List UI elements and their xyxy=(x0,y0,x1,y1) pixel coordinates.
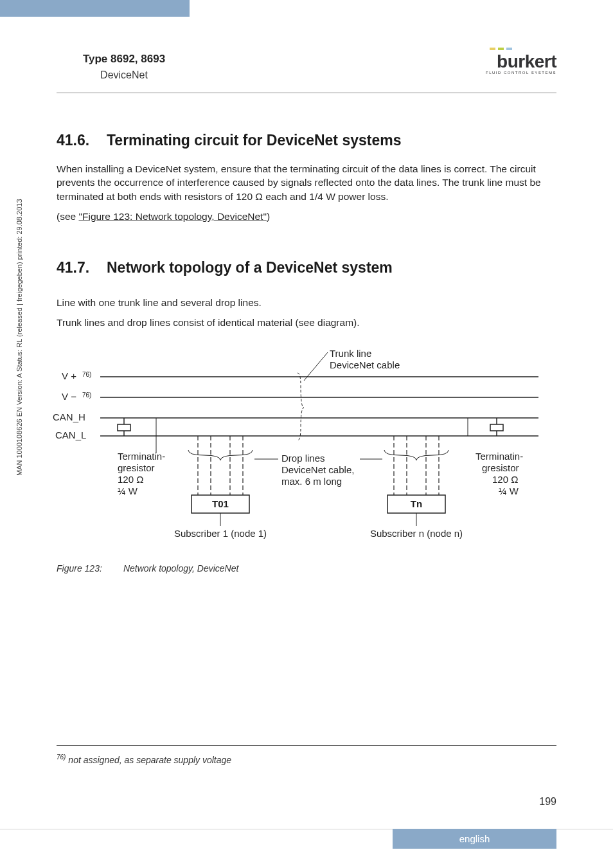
section-heading-41-6: 41.6. Terminating circuit for DeviceNet … xyxy=(57,132,556,149)
figure-caption-text: Network topology, DeviceNet xyxy=(123,563,238,574)
svg-text:76): 76) xyxy=(82,371,91,378)
svg-text:Terminatin-: Terminatin- xyxy=(118,451,165,462)
svg-rect-16 xyxy=(490,424,503,431)
svg-text:gresistor: gresistor xyxy=(482,462,519,473)
main-content: 41.6. Terminating circuit for DeviceNet … xyxy=(0,93,613,574)
page-number: 199 xyxy=(539,796,556,808)
logo-dots xyxy=(490,48,556,50)
brand-logo: burkert FLUID CONTROL SYSTEMS xyxy=(486,36,556,75)
figure-label: Figure 123: xyxy=(57,563,121,574)
p2-suffix: ) xyxy=(267,211,270,222)
trunk-label-1: Trunk line xyxy=(330,348,371,359)
svg-text:¼ W: ¼ W xyxy=(118,485,138,496)
page-header: Type 8692, 8693 DeviceNet burkert FLUID … xyxy=(0,17,613,81)
svg-text:T01: T01 xyxy=(212,498,229,509)
svg-text:Subscriber 1 (node 1): Subscriber 1 (node 1) xyxy=(174,528,267,539)
svg-text:120 Ω: 120 Ω xyxy=(492,474,518,485)
svg-text:V −: V − xyxy=(62,391,76,402)
section1-para1: When installing a DeviceNet system, ensu… xyxy=(57,162,556,203)
svg-text:max. 6 m long: max. 6 m long xyxy=(281,476,342,487)
svg-rect-12 xyxy=(118,424,130,431)
section1-para2: (see "Figure 123: Network topology, Devi… xyxy=(57,210,556,223)
svg-text:gresistor: gresistor xyxy=(118,462,155,473)
section-title: Network topology of a DeviceNet system xyxy=(107,259,393,276)
svg-text:DeviceNet cable,: DeviceNet cable, xyxy=(281,464,354,475)
footnote-rule xyxy=(57,745,556,746)
logo-text: burkert xyxy=(486,51,556,72)
section-number: 41.6. xyxy=(57,132,107,149)
section2-para1: Line with one trunk line and several dro… xyxy=(57,296,556,309)
footnote-ref: 76) xyxy=(57,754,66,761)
trunk-label-2: DeviceNet cable xyxy=(330,359,400,370)
header-left-block: Type 8692, 8693 DeviceNet xyxy=(57,36,191,81)
svg-text:Subscriber n (node n): Subscriber n (node n) xyxy=(370,528,463,539)
doc-type-title: Type 8692, 8693 xyxy=(57,53,191,66)
doc-subtitle: DeviceNet xyxy=(57,69,191,81)
svg-text:Drop lines: Drop lines xyxy=(281,453,325,464)
svg-text:¼ W: ¼ W xyxy=(499,485,519,496)
side-meta-text: MAN 1000108626 EN Version: A Status: RL … xyxy=(15,199,23,476)
svg-text:CAN_H: CAN_H xyxy=(53,411,85,422)
svg-text:Tn: Tn xyxy=(411,498,422,509)
p2-prefix: (see xyxy=(57,211,78,222)
svg-text:Terminatin-: Terminatin- xyxy=(475,451,523,462)
top-color-bar-left xyxy=(0,0,190,17)
footnote-76: 76) not assigned, as separate supply vol… xyxy=(57,754,231,765)
logo-tagline: FLUID CONTROL SYSTEMS xyxy=(486,71,556,75)
language-tab: english xyxy=(393,829,556,849)
figure-123-link[interactable]: "Figure 123: Network topology, DeviceNet… xyxy=(78,211,266,222)
footnote-text: not assigned, as separate supply voltage xyxy=(66,755,231,765)
svg-text:120 Ω: 120 Ω xyxy=(118,474,143,485)
top-color-bar xyxy=(0,0,613,17)
figure-caption: Figure 123: Network topology, DeviceNet xyxy=(57,563,556,574)
section2-para2: Trunk lines and drop lines consist of id… xyxy=(57,316,556,329)
svg-text:76): 76) xyxy=(82,392,91,399)
section-heading-41-7: 41.7. Network topology of a DeviceNet sy… xyxy=(57,259,556,276)
svg-text:CAN_L: CAN_L xyxy=(55,429,86,440)
network-topology-diagram: Trunk line DeviceNet cable V + 76) V − 7… xyxy=(50,341,551,559)
section-title: Terminating circuit for DeviceNet system… xyxy=(107,132,401,149)
svg-text:V +: V + xyxy=(62,370,76,381)
section-number: 41.7. xyxy=(57,259,107,276)
